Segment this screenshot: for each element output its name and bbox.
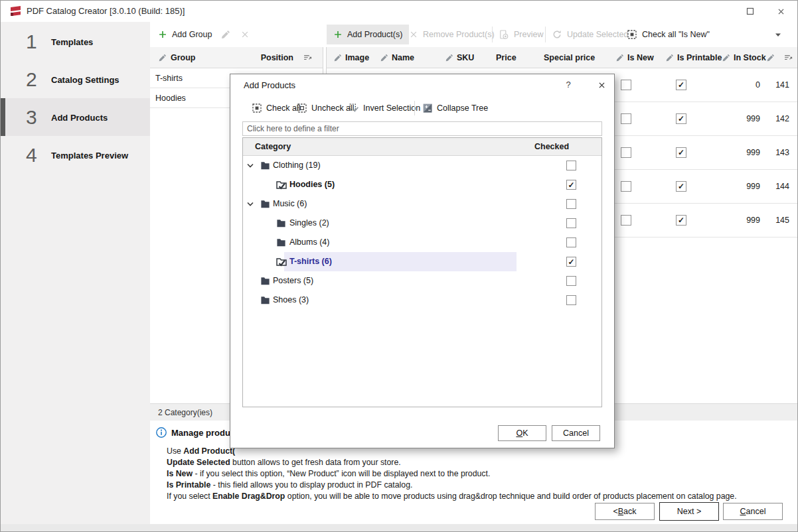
column-is-new[interactable]: Is New [615, 47, 654, 68]
sidebar-item-add-products[interactable]: 3 Add Products [1, 98, 150, 136]
folder-icon [260, 161, 270, 170]
tree-row-t-shirts[interactable]: T-shirts (6) [243, 252, 601, 271]
category-checkbox[interactable] [566, 180, 576, 190]
update-selected-button[interactable]: Update Selected [552, 22, 628, 47]
pencil-icon[interactable] [766, 54, 775, 62]
maximize-button[interactable] [735, 1, 765, 22]
folder-icon [260, 276, 270, 286]
column-is-printable[interactable]: Is Printable [665, 47, 722, 68]
app-logo-icon [9, 6, 22, 17]
tree-row-clothing[interactable]: Clothing (19) [243, 156, 601, 175]
tree-row-shoes[interactable]: Shoes (3) [243, 291, 601, 310]
remove-products-button[interactable]: Remove Product(s) [409, 22, 495, 47]
column-in-stock[interactable]: In Stock [722, 47, 766, 68]
chevron-down-icon[interactable] [246, 163, 254, 168]
tree-row-music[interactable]: Music (6) [243, 194, 601, 214]
folder-icon [276, 237, 286, 247]
is-new-checkbox[interactable] [621, 113, 631, 124]
info-line: Update Selected button allows to get fre… [167, 457, 737, 468]
main-toolbar: Add Group Add Product(s) Remove Product(… [150, 22, 798, 47]
cancel-button[interactable]: Cancel [723, 503, 783, 520]
category-checkbox[interactable] [566, 276, 576, 286]
pencil-icon [615, 54, 624, 62]
toolbar-separator [492, 27, 493, 42]
app-window: PDF Catalog Creator [3.0.10 (Build: 185)… [0, 0, 798, 532]
next-button[interactable]: Next > [659, 502, 719, 521]
back-button[interactable]: < Back [595, 503, 655, 520]
plus-icon [333, 30, 343, 39]
is-new-checkbox[interactable] [621, 181, 631, 192]
dialog-cancel-button[interactable]: Cancel [552, 425, 600, 441]
edit-group-button[interactable] [220, 22, 230, 47]
toolbar-overflow-button[interactable] [775, 22, 781, 47]
dialog-close-button[interactable] [593, 78, 610, 92]
column-group[interactable]: Group [171, 47, 196, 68]
pencil-icon [665, 54, 674, 62]
is-printable-checkbox[interactable] [676, 147, 686, 158]
sort-icon[interactable] [303, 53, 312, 62]
category-checkbox[interactable] [566, 218, 576, 228]
toolbar-separator [414, 101, 415, 115]
column-sku[interactable]: SKU [445, 47, 474, 68]
chevron-down-icon[interactable] [246, 202, 254, 207]
sidebar-item-templates-preview[interactable]: 4 Templates Preview [1, 136, 150, 174]
pencil-icon [445, 54, 453, 62]
tree-row-singles[interactable]: Singles (2) [243, 214, 601, 233]
sidebar-item-templates[interactable]: 1 Templates [1, 23, 150, 60]
preview-button[interactable]: Preview [499, 22, 543, 47]
uncheck-all-button[interactable]: Uncheck all [297, 100, 355, 117]
is-new-checkbox[interactable] [621, 215, 631, 226]
pencil-icon [722, 54, 730, 62]
category-checkbox[interactable] [566, 257, 576, 267]
column-name[interactable]: Name [380, 47, 414, 68]
tree-row-posters[interactable]: Posters (5) [243, 271, 601, 291]
window-title: PDF Catalog Creator [3.0.10 (Build: 185)… [27, 1, 185, 22]
step-label: Add Products [51, 112, 108, 122]
dialog-title: Add Products [244, 80, 295, 90]
category-checkbox[interactable] [566, 199, 576, 209]
in-stock-value: 999 [746, 204, 760, 237]
category-checkbox[interactable] [566, 295, 576, 305]
check-all-button[interactable]: Check all [252, 100, 300, 117]
add-products-button[interactable]: Add Product(s) [327, 25, 409, 44]
close-icon [598, 81, 606, 90]
is-printable-checkbox[interactable] [676, 80, 686, 90]
tree-row-albums[interactable]: Albums (4) [243, 233, 601, 252]
info-line: Is New - if you select this option, “New… [167, 468, 737, 480]
collapse-tree-button[interactable]: Collapse Tree [422, 100, 488, 117]
refresh-icon [552, 29, 562, 40]
product-id: 143 [775, 136, 789, 169]
is-printable-checkbox[interactable] [676, 215, 686, 226]
wizard-sidebar: 1 Templates 2 Catalog Settings 3 Add Pro… [1, 22, 150, 524]
delete-group-button[interactable] [240, 22, 250, 47]
sort-icon[interactable] [783, 53, 793, 62]
is-new-checkbox[interactable] [621, 147, 631, 158]
close-button[interactable] [765, 1, 796, 22]
filter-input[interactable] [242, 121, 602, 136]
sidebar-item-catalog-settings[interactable]: 2 Catalog Settings [1, 60, 150, 98]
add-group-button[interactable]: Add Group [158, 22, 212, 47]
is-new-checkbox[interactable] [621, 80, 631, 90]
column-price[interactable]: Price [496, 47, 517, 68]
check-all-is-new-button[interactable]: Check all "Is New" [627, 22, 710, 47]
close-icon [777, 7, 785, 16]
tree-row-hoodies[interactable]: Hoodies (5) [243, 175, 601, 194]
column-image[interactable]: Image [333, 47, 369, 68]
ok-button[interactable]: OK [498, 425, 546, 441]
category-checkbox[interactable] [566, 237, 576, 247]
invert-selection-button[interactable]: Invert Selection [349, 100, 420, 117]
is-printable-checkbox[interactable] [676, 113, 686, 124]
cross-icon [409, 30, 418, 39]
step-number: 1 [26, 31, 37, 53]
in-stock-value: 999 [746, 170, 760, 203]
category-checkbox[interactable] [566, 161, 576, 170]
column-special-price[interactable]: Special price [544, 47, 595, 68]
column-position[interactable]: Position [261, 47, 293, 68]
step-label: Catalog Settings [51, 74, 120, 84]
product-id: 145 [775, 204, 789, 237]
is-printable-checkbox[interactable] [676, 181, 686, 192]
dialog-help-button[interactable]: ? [561, 78, 576, 92]
column-checked: Checked [534, 138, 569, 156]
cross-icon [240, 30, 250, 39]
folder-icon [276, 218, 286, 228]
